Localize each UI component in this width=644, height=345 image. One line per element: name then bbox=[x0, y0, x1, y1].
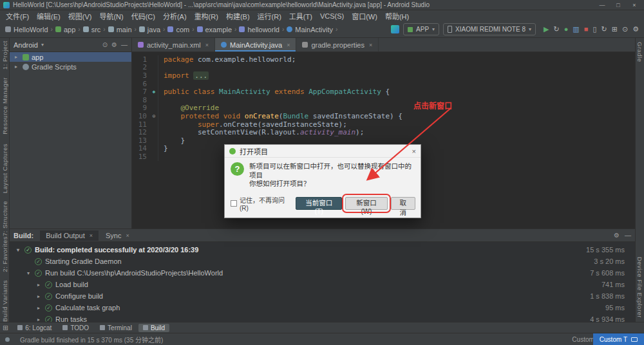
ime-indicator[interactable]: Custom T bbox=[593, 333, 644, 345]
code-line-9[interactable]: 9 @Override bbox=[132, 104, 635, 113]
locate-icon[interactable]: ⊙ bbox=[102, 41, 108, 48]
code-line-11[interactable]: 11 super.onCreate(savedInstanceState); bbox=[132, 120, 635, 129]
chevron-right-icon[interactable]: ▸ bbox=[35, 294, 42, 299]
tool-stripe-build-variants[interactable]: Build Variants bbox=[1, 280, 8, 322]
layout-inspector-icon[interactable]: ⊞ bbox=[612, 26, 618, 33]
chevron-right-icon[interactable]: ▸ bbox=[35, 282, 42, 288]
menu-item-r[interactable]: 重构(R) bbox=[191, 11, 222, 21]
toolwindow-tab-todo[interactable]: TODO bbox=[58, 324, 93, 332]
checkbox-icon[interactable] bbox=[231, 200, 237, 207]
minimize-icon[interactable]: — bbox=[596, 2, 609, 8]
crumb-src[interactable]: src bbox=[83, 26, 101, 33]
stop-icon[interactable]: ■ bbox=[584, 26, 589, 33]
toolwindow-tab-terminal[interactable]: Terminal bbox=[95, 324, 137, 332]
close-icon[interactable]: × bbox=[369, 42, 372, 48]
menu-item-c[interactable]: 代码(C) bbox=[128, 11, 159, 21]
menu-item-n[interactable]: 导航(N) bbox=[95, 11, 127, 21]
close-icon[interactable]: × bbox=[628, 2, 641, 8]
search-icon[interactable]: ⊙ bbox=[622, 26, 628, 33]
remember-checkbox[interactable]: 记住，不再询问(R) bbox=[231, 195, 292, 212]
code-line-10[interactable]: 10⊙ protected void onCreate(Bundle saved… bbox=[132, 112, 635, 120]
tool-stripe-2-favorites[interactable]: 2: Favorites bbox=[1, 236, 8, 272]
crumb-app[interactable]: app bbox=[55, 26, 75, 33]
crumb-example[interactable]: example bbox=[197, 26, 232, 33]
code-line-1[interactable]: 1package com.example.helloworld; bbox=[132, 55, 635, 64]
settings-icon[interactable]: ⚙ bbox=[632, 26, 639, 33]
crumb-com[interactable]: com bbox=[167, 26, 189, 33]
close-icon[interactable]: × bbox=[412, 147, 416, 155]
tree-item-app[interactable]: ▸app bbox=[10, 52, 131, 62]
tool-stripe-1-project[interactable]: 1: Project bbox=[1, 41, 8, 70]
crumb-helloworld[interactable]: helloworld bbox=[239, 26, 279, 33]
close-icon[interactable]: × bbox=[90, 232, 93, 239]
profile-icon[interactable]: ▥ bbox=[573, 26, 579, 33]
toolwindow-tab-build[interactable]: Build bbox=[138, 324, 169, 332]
tab-mainactivity-java[interactable]: MainActivity.java× bbox=[215, 38, 296, 51]
settings-icon[interactable]: ⚙ bbox=[614, 232, 620, 239]
crumb-java[interactable]: java bbox=[139, 26, 160, 33]
code-line-12[interactable]: 12 setContentView(R.layout.activity_main… bbox=[132, 128, 635, 136]
build-row-5[interactable]: ▸✓Calculate task graph95 ms bbox=[10, 302, 635, 313]
code-line-3[interactable]: 3import ... bbox=[132, 71, 635, 80]
close-icon[interactable]: × bbox=[126, 232, 129, 239]
tool-window-switcher-icon[interactable]: ⊞ bbox=[3, 324, 8, 332]
hide-icon[interactable]: — bbox=[625, 232, 631, 239]
crumb-helloworld[interactable]: HelloWorld bbox=[5, 26, 48, 33]
tool-stripe-device-file-explorer[interactable]: Device File Explorer bbox=[636, 257, 643, 318]
tool-stripe-layout-captures[interactable]: Layout Captures bbox=[1, 144, 8, 193]
tool-stripe-resource-manager[interactable]: Resource Manager bbox=[1, 77, 8, 135]
dialog-button-t[interactable]: 当前窗口(T) bbox=[296, 197, 342, 210]
build-row-6[interactable]: ▸✓Run tasks4 s 934 ms bbox=[10, 313, 635, 322]
tree-item-gradle-scripts[interactable]: ▸Gradle Scripts bbox=[10, 62, 131, 71]
chevron-down-icon[interactable]: ▾ bbox=[15, 247, 21, 253]
code-line-8[interactable]: 8 bbox=[132, 96, 635, 104]
maximize-icon[interactable]: □ bbox=[612, 2, 625, 8]
menu-item-v[interactable]: 视图(V) bbox=[64, 11, 96, 21]
tool-stripe-gradle[interactable]: Gradle bbox=[636, 42, 643, 62]
code-line-13[interactable]: 13 } bbox=[132, 136, 635, 145]
close-icon[interactable]: × bbox=[205, 42, 209, 48]
code-line-2[interactable]: 2 bbox=[132, 64, 635, 72]
menu-item-t[interactable]: 工具(T) bbox=[285, 11, 316, 21]
menu-item-vcs-s[interactable]: VCS(S) bbox=[316, 12, 348, 20]
close-icon[interactable]: × bbox=[287, 42, 290, 48]
menu-item-r[interactable]: 运行(R) bbox=[254, 11, 285, 21]
project-view-selector[interactable]: Android bbox=[14, 41, 38, 49]
menu-item-h[interactable]: 帮助(H) bbox=[381, 11, 413, 21]
build-row-1[interactable]: ✓Starting Gradle Daemon3 s 20 ms bbox=[10, 256, 635, 267]
crumb-main[interactable]: main bbox=[108, 26, 132, 33]
code-line-7[interactable]: 7◆public class MainActivity extends AppC… bbox=[132, 88, 635, 96]
toolwindow-tab-6-logcat[interactable]: 6: Logcat bbox=[13, 324, 56, 332]
menu-item-f[interactable]: 文件(F) bbox=[2, 11, 33, 21]
avd-manager-icon[interactable]: ▯ bbox=[592, 26, 596, 33]
build-row-0[interactable]: ▾✓Build: completed successfully at 2020/… bbox=[10, 244, 635, 256]
build-tab-build-output[interactable]: Build Output× bbox=[40, 230, 99, 241]
chevron-right-icon[interactable]: ▸ bbox=[35, 305, 42, 311]
menu-item-e[interactable]: 编辑(E) bbox=[33, 11, 64, 21]
apply-changes-icon[interactable]: ↻ bbox=[553, 26, 559, 33]
dialog-button-w[interactable]: 新窗口(W) bbox=[345, 197, 387, 210]
chevron-down-icon[interactable]: ▾ bbox=[25, 270, 32, 276]
crumb-mainactivity[interactable]: MainActivity bbox=[287, 26, 333, 33]
debug-icon[interactable]: ● bbox=[564, 26, 569, 33]
menu-item-w[interactable]: 窗口(W) bbox=[348, 11, 381, 21]
chevron-right-icon[interactable]: ▸ bbox=[35, 317, 42, 322]
tool-stripe-7-structure[interactable]: 7: Structure bbox=[1, 201, 8, 236]
build-row-3[interactable]: ▸✓Load build741 ms bbox=[10, 279, 635, 290]
hide-icon[interactable]: — bbox=[121, 41, 128, 48]
tab-activity-main-xml[interactable]: activity_main.xml× bbox=[132, 38, 215, 51]
code-line-6[interactable]: 6 bbox=[132, 80, 635, 88]
menu-item-b[interactable]: 构建(B) bbox=[222, 11, 254, 21]
line-number: 14 bbox=[132, 144, 150, 153]
run-config-combo[interactable]: APP ▾ bbox=[403, 23, 439, 35]
build-row-4[interactable]: ▸✓Configure build1 s 838 ms bbox=[10, 290, 635, 302]
device-combo[interactable]: XIAOMI REDMI NOTE 8 ▾ bbox=[443, 23, 536, 35]
sync-gradle-icon[interactable]: ↻ bbox=[601, 26, 607, 33]
build-row-2[interactable]: ▾✓Run build C:\Users\hp\AndroidStudioPro… bbox=[10, 267, 635, 279]
tab-gradle-properties[interactable]: gradle.properties× bbox=[296, 38, 379, 51]
menu-item-a[interactable]: 分析(A) bbox=[159, 11, 191, 21]
settings-icon[interactable]: ⚙ bbox=[111, 41, 117, 48]
build-tab-sync[interactable]: Sync× bbox=[100, 230, 135, 241]
run-icon[interactable]: ▶ bbox=[544, 26, 549, 33]
dialog-button-[interactable]: 取消 bbox=[391, 197, 415, 210]
